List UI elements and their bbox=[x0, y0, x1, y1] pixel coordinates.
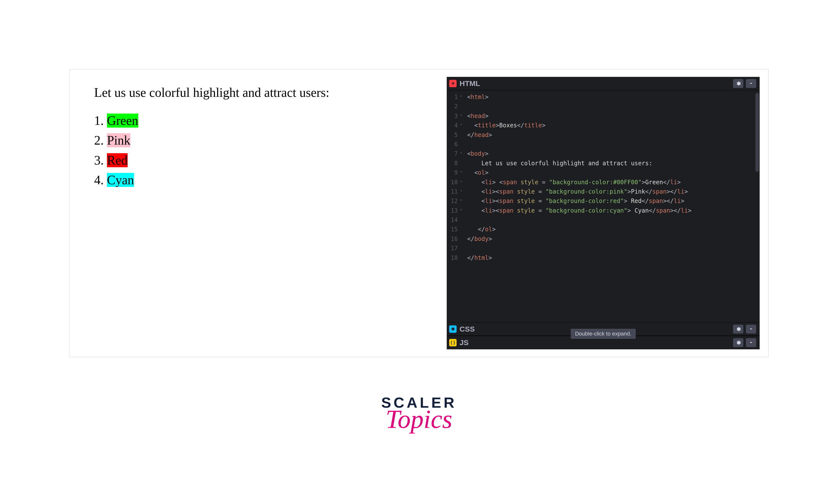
highlight-cyan: Cyan bbox=[107, 173, 134, 187]
preview-intro: Let us use colorful highlight and attrac… bbox=[94, 84, 425, 101]
highlight-red: Red bbox=[107, 153, 128, 167]
line-number: 11 bbox=[447, 187, 458, 196]
line-number: 17 bbox=[447, 244, 458, 253]
panel-label-js: ( ) JS bbox=[449, 339, 469, 347]
panel-title-js: JS bbox=[460, 339, 469, 347]
line-number: 3 bbox=[447, 111, 458, 121]
collapse-button[interactable] bbox=[746, 325, 756, 334]
line-gutter: 1 2 3 4 5 6 7 8 9 10 11 12 13 14 15 16 1… bbox=[447, 90, 460, 322]
gear-icon bbox=[735, 81, 741, 86]
line-number: 2 bbox=[447, 102, 458, 111]
line-number: 7 bbox=[447, 149, 458, 158]
code-editor: ✶ HTML 1 2 3 4 5 6 7 8 bbox=[447, 77, 760, 349]
line-number: 10 bbox=[447, 178, 458, 187]
gear-icon bbox=[735, 340, 741, 345]
settings-button[interactable] bbox=[733, 79, 743, 88]
list-item: Red bbox=[94, 150, 425, 170]
list-item: Green bbox=[94, 111, 425, 131]
collapse-button[interactable] bbox=[746, 79, 756, 88]
line-number: 15 bbox=[447, 224, 458, 234]
chevron-down-icon bbox=[749, 81, 753, 86]
highlight-green: Green bbox=[107, 113, 138, 128]
js-badge-icon: ( ) bbox=[449, 339, 457, 346]
settings-button[interactable] bbox=[733, 325, 743, 334]
scaler-topics-logo: SCALER Topics bbox=[370, 394, 468, 434]
css-badge-icon: ✱ bbox=[449, 325, 457, 333]
code-content[interactable]: <html> <head> <title>Boxes</title> </hea… bbox=[460, 90, 760, 322]
line-number: 4 bbox=[447, 121, 458, 130]
line-number: 9 bbox=[447, 168, 458, 177]
panel-title-html: HTML bbox=[460, 79, 480, 88]
panel-controls-css bbox=[733, 325, 756, 334]
panel-label-css: ✱ CSS bbox=[449, 325, 475, 333]
line-number: 5 bbox=[447, 130, 458, 140]
line-number: 8 bbox=[447, 159, 458, 168]
line-number: 16 bbox=[447, 234, 458, 244]
panel-title-css: CSS bbox=[460, 325, 475, 333]
collapse-button[interactable] bbox=[746, 338, 756, 347]
highlight-pink: Pink bbox=[107, 133, 130, 147]
expand-tooltip: Double-click to expand. bbox=[571, 329, 636, 339]
panel-header-html[interactable]: ✶ HTML bbox=[447, 77, 760, 90]
settings-button[interactable] bbox=[733, 338, 743, 347]
panel-controls-html bbox=[733, 79, 756, 88]
line-number: 6 bbox=[447, 140, 458, 149]
line-number: 12 bbox=[447, 196, 458, 206]
list-item: Cyan bbox=[94, 170, 425, 190]
gear-icon bbox=[735, 326, 741, 332]
line-number: 1 bbox=[447, 92, 458, 102]
list-item: Pink bbox=[94, 130, 425, 150]
preview-list: Green Pink Red Cyan bbox=[94, 111, 425, 190]
code-body[interactable]: 1 2 3 4 5 6 7 8 9 10 11 12 13 14 15 16 1… bbox=[447, 90, 760, 322]
line-number: 13 bbox=[447, 206, 458, 215]
html-badge-icon: ✶ bbox=[449, 80, 457, 87]
panel-label-html: ✶ HTML bbox=[449, 79, 480, 88]
chevron-down-icon bbox=[749, 340, 753, 345]
line-number: 18 bbox=[447, 253, 458, 263]
chevron-down-icon bbox=[749, 327, 753, 331]
panel-controls-js bbox=[733, 338, 756, 347]
line-number: 14 bbox=[447, 215, 458, 224]
example-card: Let us use colorful highlight and attrac… bbox=[69, 69, 769, 357]
rendered-preview: Let us use colorful highlight and attrac… bbox=[70, 70, 447, 357]
scrollbar-thumb[interactable] bbox=[755, 93, 759, 172]
